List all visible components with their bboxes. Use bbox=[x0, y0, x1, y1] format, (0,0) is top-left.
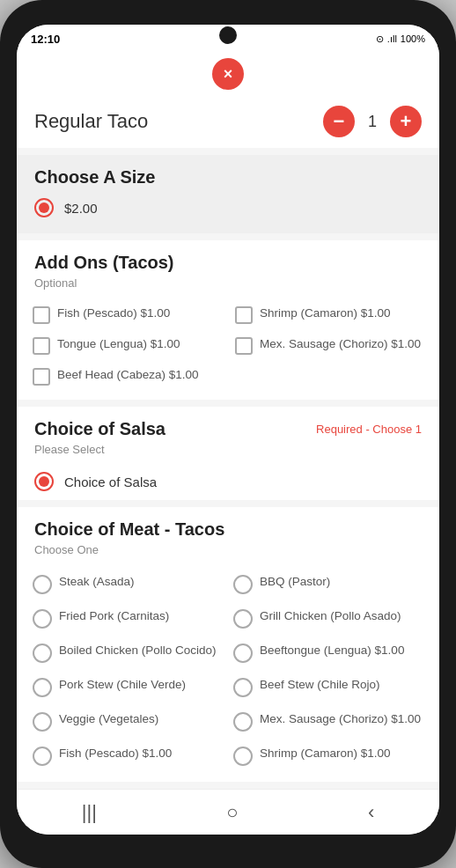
addon-label-3: Mex. Sausage (Chorizo) $1.00 bbox=[260, 336, 421, 352]
signal-icon: .ıll bbox=[387, 33, 397, 44]
scroll-content[interactable]: × Regular Taco − 1 + Cho bbox=[17, 53, 439, 789]
meat-subtitle: Choose One bbox=[17, 541, 439, 563]
meat-radio-3[interactable] bbox=[233, 609, 253, 629]
meat-radio-10[interactable] bbox=[33, 747, 52, 766]
wifi-icon: ⊙ bbox=[376, 33, 384, 45]
meat-radio-9[interactable] bbox=[233, 712, 253, 732]
addon-label-4: Beef Head (Cabeza) $1.00 bbox=[57, 367, 199, 383]
meat-item-4[interactable]: Boiled Chicken (Pollo Cocido) bbox=[27, 636, 228, 670]
size-radio-0[interactable] bbox=[34, 198, 54, 217]
addon-item-4[interactable]: Beef Head (Cabeza) $1.00 bbox=[27, 362, 226, 391]
add-ons-header: Add Ons (Tacos) bbox=[17, 240, 439, 275]
meat-label-2: Fried Pork (Carnitas) bbox=[59, 608, 169, 624]
meat-item-11[interactable]: Shrimp (Camaron) $1.00 bbox=[228, 739, 429, 773]
decrement-button[interactable]: − bbox=[323, 106, 355, 137]
status-icons: ⊙ .ıll 100% bbox=[376, 33, 425, 45]
meat-label-4: Boiled Chicken (Pollo Cocido) bbox=[59, 643, 217, 658]
meat-label-7: Beef Stew (Chile Rojo) bbox=[260, 677, 380, 693]
meat-item-8[interactable]: Veggie (Vegetales) bbox=[27, 704, 228, 739]
close-button[interactable]: × bbox=[212, 58, 244, 90]
quantity-controls: − 1 + bbox=[323, 106, 422, 137]
item-header: Regular Taco − 1 + bbox=[17, 95, 439, 148]
meat-radio-7[interactable] bbox=[233, 678, 253, 697]
choose-a-size-section: Choose A Size $2.00 bbox=[17, 155, 439, 233]
meat-section: Choice of Meat - Tacos Choose One Steak … bbox=[17, 507, 439, 782]
meat-label-10: Fish (Pescado) $1.00 bbox=[59, 746, 172, 761]
addon-checkbox-4[interactable] bbox=[33, 368, 50, 386]
salsa-subtitle: Please Select bbox=[17, 441, 439, 463]
meat-label-3: Grill Chicken (Pollo Asado) bbox=[260, 608, 401, 624]
nav-home-icon[interactable]: ○ bbox=[226, 801, 238, 824]
meat-grid: Steak (Asada) BBQ (Pastor) Fried Pork (C… bbox=[17, 563, 439, 782]
bottom-nav: ||| ○ ‹ bbox=[17, 789, 439, 835]
status-time: 12:10 bbox=[31, 33, 60, 46]
meat-item-7[interactable]: Beef Stew (Chile Rojo) bbox=[228, 670, 429, 704]
meat-item-5[interactable]: Beeftongue (Lengua) $1.00 bbox=[228, 636, 429, 670]
salsa-radio-0[interactable] bbox=[34, 472, 54, 491]
salsa-label-0: Choice of Salsa bbox=[64, 474, 157, 489]
phone-outer: 12:10 ⊙ .ıll 100% × Regular Taco − bbox=[0, 0, 456, 868]
meat-radio-0[interactable] bbox=[33, 575, 52, 594]
addon-item-3[interactable]: Mex. Sausage (Chorizo) $1.00 bbox=[230, 331, 429, 360]
meat-label-9: Mex. Sausage (Chorizo) $1.00 bbox=[260, 711, 421, 727]
meat-label-1: BBQ (Pastor) bbox=[260, 574, 330, 590]
addon-checkbox-0[interactable] bbox=[33, 306, 50, 324]
add-ons-title: Add Ons (Tacos) bbox=[34, 253, 174, 272]
meat-item-2[interactable]: Fried Pork (Carnitas) bbox=[27, 601, 228, 636]
quantity-value: 1 bbox=[365, 113, 379, 131]
addon-checkbox-3[interactable] bbox=[235, 337, 253, 355]
meat-radio-11[interactable] bbox=[233, 747, 253, 766]
salsa-required-badge: Required - Choose 1 bbox=[316, 423, 422, 436]
meat-label-5: Beeftongue (Lengua) $1.00 bbox=[260, 643, 404, 658]
salsa-title-row: Choice of Salsa Required - Choose 1 bbox=[17, 407, 439, 441]
meat-label-11: Shrimp (Camaron) $1.00 bbox=[260, 746, 391, 761]
nav-back-icon[interactable]: ‹ bbox=[368, 801, 374, 824]
close-bar: × bbox=[17, 53, 439, 95]
meat-item-10[interactable]: Fish (Pescado) $1.00 bbox=[27, 739, 228, 773]
addon-label-2: Tongue (Lengua) $1.00 bbox=[57, 336, 180, 352]
meat-item-1[interactable]: BBQ (Pastor) bbox=[228, 567, 429, 601]
meat-item-3[interactable]: Grill Chicken (Pollo Asado) bbox=[228, 601, 429, 636]
meat-item-0[interactable]: Steak (Asada) bbox=[27, 567, 228, 601]
meat-title: Choice of Meat - Tacos bbox=[34, 519, 224, 539]
addon-item-1[interactable]: Shrimp (Camaron) $1.00 bbox=[230, 300, 429, 329]
add-ons-section: Add Ons (Tacos) Optional Fish (Pescado) … bbox=[17, 240, 439, 400]
salsa-section: Choice of Salsa Required - Choose 1 Plea… bbox=[17, 407, 439, 500]
meat-radio-5[interactable] bbox=[233, 644, 253, 663]
addon-checkbox-2[interactable] bbox=[33, 337, 50, 355]
salsa-title: Choice of Salsa bbox=[34, 419, 165, 439]
meat-label-6: Pork Stew (Chile Verde) bbox=[59, 677, 186, 693]
meat-radio-2[interactable] bbox=[33, 609, 52, 629]
size-label-0: $2.00 bbox=[64, 201, 98, 216]
phone-screen: 12:10 ⊙ .ıll 100% × Regular Taco − bbox=[17, 25, 439, 835]
meat-item-6[interactable]: Pork Stew (Chile Verde) bbox=[27, 670, 228, 704]
addon-label-1: Shrimp (Camaron) $1.00 bbox=[260, 305, 391, 321]
meat-radio-4[interactable] bbox=[33, 644, 52, 663]
plus-icon: + bbox=[401, 112, 412, 131]
minus-icon: − bbox=[334, 112, 345, 131]
increment-button[interactable]: + bbox=[390, 106, 422, 137]
add-ons-grid: Fish (Pescado) $1.00 Shrimp (Camaron) $1… bbox=[17, 297, 439, 400]
meat-radio-8[interactable] bbox=[33, 712, 52, 732]
meat-header: Choice of Meat - Tacos bbox=[17, 507, 439, 541]
meat-radio-1[interactable] bbox=[233, 575, 253, 594]
salsa-option-0[interactable]: Choice of Salsa bbox=[17, 463, 439, 500]
item-title: Regular Taco bbox=[34, 110, 148, 133]
size-option-0[interactable]: $2.00 bbox=[17, 189, 439, 226]
meat-item-9[interactable]: Mex. Sausage (Chorizo) $1.00 bbox=[228, 704, 429, 739]
close-icon: × bbox=[224, 66, 233, 82]
addon-checkbox-1[interactable] bbox=[235, 306, 253, 324]
addon-label-0: Fish (Pescado) $1.00 bbox=[57, 305, 170, 321]
meat-radio-6[interactable] bbox=[33, 678, 52, 697]
meat-label-0: Steak (Asada) bbox=[59, 574, 135, 590]
battery-icon: 100% bbox=[401, 33, 425, 44]
addon-item-2[interactable]: Tongue (Lengua) $1.00 bbox=[27, 331, 226, 360]
nav-apps-icon[interactable]: ||| bbox=[82, 801, 97, 824]
camera-notch bbox=[219, 26, 237, 44]
choose-a-size-title: Choose A Size bbox=[34, 167, 155, 187]
addon-item-0[interactable]: Fish (Pescado) $1.00 bbox=[27, 300, 226, 329]
meat-label-8: Veggie (Vegetales) bbox=[59, 711, 158, 727]
choose-a-size-header: Choose A Size bbox=[17, 155, 439, 189]
add-ons-subtitle: Optional bbox=[17, 275, 439, 297]
